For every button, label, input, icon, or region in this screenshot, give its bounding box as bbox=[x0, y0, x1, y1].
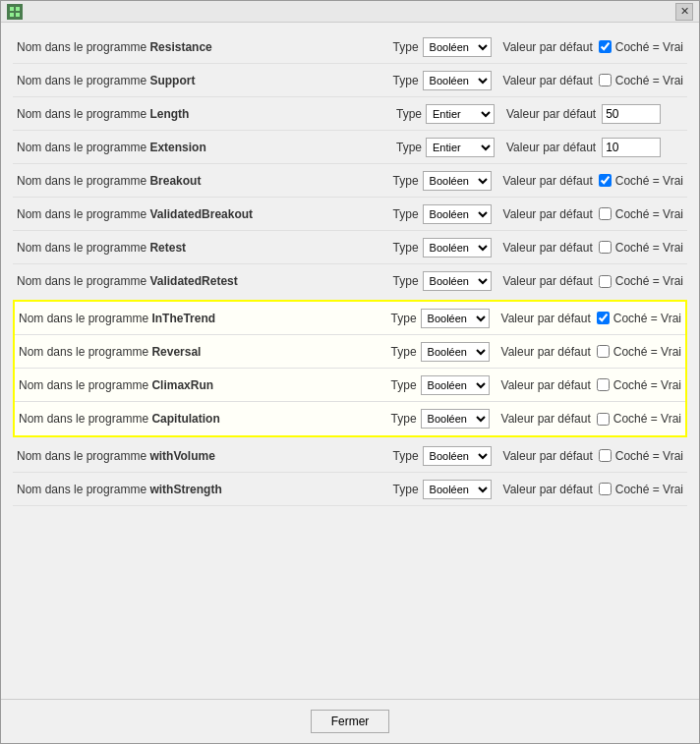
checkbox-ValidatedRetest[interactable] bbox=[599, 275, 612, 288]
type-section-Extension: TypeBooléenEntierDécimalTexte bbox=[396, 138, 495, 157]
checkbox-wrapper-Capitulation: Coché = Vrai bbox=[597, 412, 681, 426]
param-label-InTheTrend: Nom dans le programme InTheTrend bbox=[19, 312, 215, 325]
svg-rect-3 bbox=[16, 13, 20, 17]
param-row-Capitulation: Nom dans le programme CapitulationTypeBo… bbox=[15, 402, 685, 435]
type-section-InTheTrend: TypeBooléenEntierDécimalTexte bbox=[391, 309, 490, 328]
default-label-Length: Valeur par défaut bbox=[506, 107, 596, 121]
checkbox-withStrength[interactable] bbox=[599, 483, 612, 495]
type-label-Length: Type bbox=[396, 107, 422, 121]
type-section-Reversal: TypeBooléenEntierDécimalTexte bbox=[391, 342, 490, 362]
type-label-ClimaxRun: Type bbox=[391, 378, 417, 392]
checkbox-wrapper-Reversal: Coché = Vrai bbox=[597, 345, 681, 359]
coche-label-Reversal: Coché = Vrai bbox=[613, 345, 681, 359]
checkbox-Breakout[interactable] bbox=[599, 174, 612, 187]
checkbox-wrapper-Support: Coché = Vrai bbox=[599, 74, 683, 87]
type-section-ClimaxRun: TypeBooléenEntierDécimalTexte bbox=[391, 375, 490, 395]
checkbox-ValidatedBreakout[interactable] bbox=[599, 207, 612, 220]
checkbox-Capitulation[interactable] bbox=[597, 413, 610, 426]
param-label-withVolume: Nom dans le programme withVolume bbox=[17, 449, 215, 463]
type-select-ValidatedRetest[interactable]: BooléenEntierDécimalTexte bbox=[423, 271, 492, 291]
default-label-Extension: Valeur par défaut bbox=[506, 141, 596, 154]
param-row-Reversal: Nom dans le programme ReversalTypeBoolée… bbox=[15, 335, 685, 369]
fermer-button[interactable]: Fermer bbox=[311, 710, 390, 733]
type-section-Resistance: TypeBooléenEntierDécimalTexte bbox=[393, 37, 492, 57]
type-select-Length[interactable]: BooléenEntierDécimalTexte bbox=[426, 104, 495, 124]
checkbox-withVolume[interactable] bbox=[599, 449, 612, 462]
highlighted-group: Nom dans le programme InTheTrendTypeBool… bbox=[13, 300, 687, 437]
coche-label-Resistance: Coché = Vrai bbox=[615, 40, 683, 54]
default-section-Support: Valeur par défautCoché = Vrai bbox=[503, 74, 683, 87]
default-label-Breakout: Valeur par défaut bbox=[503, 174, 593, 188]
svg-rect-2 bbox=[10, 13, 14, 17]
param-row-Support: Nom dans le programme SupportTypeBooléen… bbox=[13, 64, 687, 97]
svg-rect-1 bbox=[16, 7, 20, 11]
param-label-ValidatedBreakout: Nom dans le programme ValidatedBreakout bbox=[17, 207, 253, 221]
coche-label-ValidatedBreakout: Coché = Vrai bbox=[615, 207, 683, 221]
text-input-Extension[interactable] bbox=[602, 138, 661, 157]
checkbox-InTheTrend[interactable] bbox=[597, 312, 610, 324]
param-row-InTheTrend: Nom dans le programme InTheTrendTypeBool… bbox=[15, 302, 685, 335]
type-label-withStrength: Type bbox=[393, 483, 419, 496]
checkbox-Resistance[interactable] bbox=[599, 40, 612, 53]
checkbox-wrapper-ClimaxRun: Coché = Vrai bbox=[597, 378, 681, 392]
default-section-Extension: Valeur par défaut bbox=[506, 138, 683, 157]
checkbox-ClimaxRun[interactable] bbox=[597, 378, 610, 391]
content-area: Nom dans le programme ResistanceTypeBool… bbox=[1, 23, 699, 699]
coche-label-ValidatedRetest: Coché = Vrai bbox=[615, 274, 683, 288]
type-label-Support: Type bbox=[393, 74, 419, 87]
type-select-Reversal[interactable]: BooléenEntierDécimalTexte bbox=[421, 342, 490, 362]
default-label-Capitulation: Valeur par défaut bbox=[501, 412, 591, 426]
default-section-InTheTrend: Valeur par défautCoché = Vrai bbox=[501, 312, 681, 325]
checkbox-Support[interactable] bbox=[599, 74, 612, 86]
coche-label-ClimaxRun: Coché = Vrai bbox=[613, 378, 681, 392]
coche-label-withVolume: Coché = Vrai bbox=[615, 449, 683, 463]
type-select-ClimaxRun[interactable]: BooléenEntierDécimalTexte bbox=[421, 375, 490, 395]
default-section-withVolume: Valeur par défautCoché = Vrai bbox=[503, 449, 683, 463]
default-section-Length: Valeur par défaut bbox=[506, 104, 683, 124]
param-row-ValidatedBreakout: Nom dans le programme ValidatedBreakoutT… bbox=[13, 198, 687, 231]
param-label-Resistance: Nom dans le programme Resistance bbox=[17, 40, 212, 54]
type-select-Breakout[interactable]: BooléenEntierDécimalTexte bbox=[423, 171, 492, 191]
text-input-Length[interactable] bbox=[602, 104, 661, 124]
type-label-Resistance: Type bbox=[393, 40, 419, 54]
type-select-withStrength[interactable]: BooléenEntierDécimalTexte bbox=[423, 480, 492, 499]
coche-label-withStrength: Coché = Vrai bbox=[615, 483, 683, 496]
type-section-Breakout: TypeBooléenEntierDécimalTexte bbox=[393, 171, 492, 191]
type-label-Retest: Type bbox=[393, 241, 419, 255]
type-select-Extension[interactable]: BooléenEntierDécimalTexte bbox=[426, 138, 495, 157]
type-label-Capitulation: Type bbox=[391, 412, 417, 426]
type-select-Support[interactable]: BooléenEntierDécimalTexte bbox=[423, 71, 492, 90]
type-select-Resistance[interactable]: BooléenEntierDécimalTexte bbox=[423, 37, 492, 57]
param-row-Retest: Nom dans le programme RetestTypeBooléenE… bbox=[13, 231, 687, 264]
type-label-ValidatedRetest: Type bbox=[393, 274, 419, 288]
param-label-withStrength: Nom dans le programme withStrength bbox=[17, 483, 222, 496]
default-section-ValidatedRetest: Valeur par défautCoché = Vrai bbox=[503, 274, 683, 288]
type-select-withVolume[interactable]: BooléenEntierDécimalTexte bbox=[423, 446, 492, 466]
type-select-Capitulation[interactable]: BooléenEntierDécimalTexte bbox=[421, 409, 490, 429]
param-row-Extension: Nom dans le programme ExtensionTypeBoolé… bbox=[13, 131, 687, 164]
checkbox-Retest[interactable] bbox=[599, 241, 612, 254]
param-label-ClimaxRun: Nom dans le programme ClimaxRun bbox=[19, 378, 213, 392]
default-section-withStrength: Valeur par défautCoché = Vrai bbox=[503, 483, 683, 496]
coche-label-Breakout: Coché = Vrai bbox=[615, 174, 683, 188]
default-section-Breakout: Valeur par défautCoché = Vrai bbox=[503, 174, 683, 188]
param-label-Breakout: Nom dans le programme Breakout bbox=[17, 174, 201, 188]
param-label-Capitulation: Nom dans le programme Capitulation bbox=[19, 412, 220, 426]
close-icon[interactable]: ✕ bbox=[675, 3, 693, 21]
checkbox-wrapper-withVolume: Coché = Vrai bbox=[599, 449, 683, 463]
svg-rect-0 bbox=[10, 7, 14, 11]
checkbox-Reversal[interactable] bbox=[597, 345, 610, 358]
default-section-ClimaxRun: Valeur par défautCoché = Vrai bbox=[501, 378, 681, 392]
type-select-ValidatedBreakout[interactable]: BooléenEntierDécimalTexte bbox=[423, 204, 492, 224]
param-row-withVolume: Nom dans le programme withVolumeTypeBool… bbox=[13, 439, 687, 473]
type-select-Retest[interactable]: BooléenEntierDécimalTexte bbox=[423, 238, 492, 258]
type-section-withVolume: TypeBooléenEntierDécimalTexte bbox=[393, 446, 492, 466]
type-section-Retest: TypeBooléenEntierDécimalTexte bbox=[393, 238, 492, 258]
type-select-InTheTrend[interactable]: BooléenEntierDécimalTexte bbox=[421, 309, 490, 328]
type-label-withVolume: Type bbox=[393, 449, 419, 463]
default-label-withVolume: Valeur par défaut bbox=[503, 449, 593, 463]
param-row-ClimaxRun: Nom dans le programme ClimaxRunTypeBoolé… bbox=[15, 369, 685, 402]
normal-rows-bottom: Nom dans le programme withVolumeTypeBool… bbox=[13, 439, 687, 526]
footer: Fermer bbox=[1, 699, 699, 743]
default-label-ClimaxRun: Valeur par défaut bbox=[501, 378, 591, 392]
